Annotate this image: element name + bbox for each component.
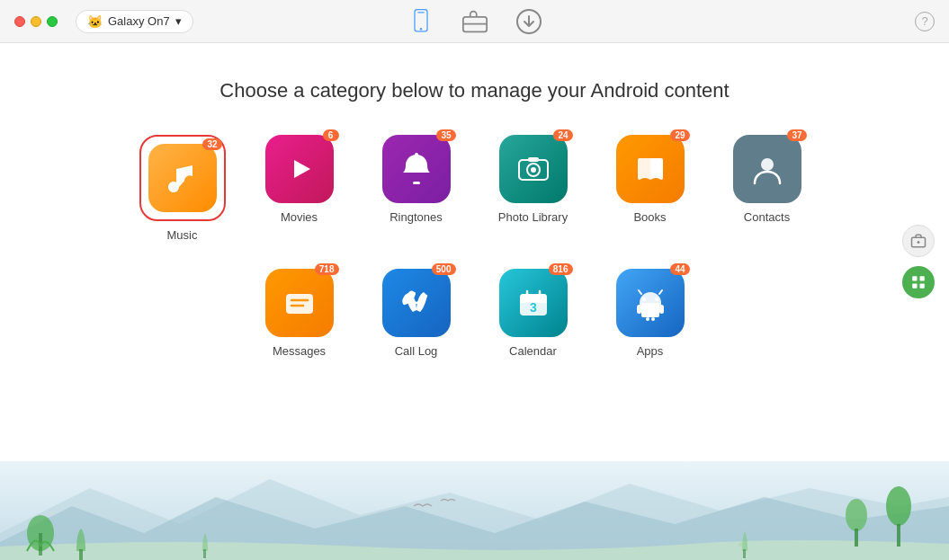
calendar-icon-bg: 3	[499, 269, 568, 337]
svg-rect-1	[417, 12, 425, 13]
minimize-button[interactable]	[31, 16, 41, 27]
device-selector[interactable]: 🐱 Galaxy On7 ▾	[76, 10, 193, 33]
messages-icon-wrapper: 718	[265, 269, 334, 337]
svg-point-11	[531, 167, 536, 173]
apps-icon-wrapper: 44	[616, 269, 685, 337]
page-title: Choose a category below to manage your A…	[219, 79, 729, 102]
help-button[interactable]: ?	[915, 12, 935, 31]
toolbox-nav-icon[interactable]	[461, 7, 489, 36]
category-item-messages[interactable]: 718 Messages	[259, 269, 340, 358]
svg-line-31	[659, 290, 662, 294]
category-item-books[interactable]: 29 Books	[610, 135, 691, 224]
svg-point-45	[886, 486, 911, 526]
calllog-label: Call Log	[395, 344, 438, 358]
ringtones-icon-wrapper: 35	[382, 135, 451, 203]
svg-point-8	[415, 153, 418, 156]
books-label: Books	[633, 210, 666, 224]
category-row-1: 32 Music 6 Movies	[142, 135, 808, 242]
movies-label: Movies	[281, 210, 318, 224]
download-nav-icon[interactable]	[515, 7, 543, 36]
messages-label: Messages	[273, 344, 326, 358]
category-item-ringtones[interactable]: 35 Ringtones	[376, 135, 457, 224]
calllog-badge: 500	[432, 263, 456, 275]
scenery	[0, 461, 949, 560]
books-icon-wrapper: 29	[616, 135, 685, 203]
photo-icon-bg	[499, 135, 568, 203]
svg-rect-12	[528, 157, 539, 162]
music-icon-bg	[148, 144, 217, 212]
svg-text:3: 3	[530, 300, 537, 315]
svg-line-30	[639, 290, 641, 294]
calllog-icon-wrapper: 500	[382, 269, 451, 337]
apps-badge: 44	[670, 263, 689, 275]
ringtones-label: Ringtones	[389, 210, 443, 224]
movies-badge: 6	[323, 129, 339, 141]
ringtones-badge: 35	[436, 129, 455, 141]
traffic-lights	[14, 16, 58, 27]
side-buttons	[902, 225, 935, 298]
svg-rect-29	[651, 317, 655, 321]
svg-rect-25	[637, 305, 641, 314]
photo-icon-wrapper: 24	[499, 135, 568, 203]
titlebar-nav	[407, 7, 543, 36]
svg-point-2	[419, 28, 422, 31]
svg-rect-36	[920, 276, 925, 280]
titlebar: 🐱 Galaxy On7 ▾ ?	[0, 0, 949, 43]
svg-rect-14	[286, 294, 313, 314]
contacts-icon-bg	[733, 135, 801, 203]
music-label: Music	[167, 228, 198, 242]
svg-rect-37	[912, 284, 917, 289]
svg-rect-46	[897, 524, 900, 547]
phone-nav-icon[interactable]	[407, 7, 435, 36]
photo-label: Photo Library	[498, 210, 568, 224]
calllog-icon-bg	[382, 269, 451, 337]
svg-rect-7	[413, 182, 420, 184]
category-item-apps[interactable]: 44 Apps	[610, 269, 691, 358]
messages-icon-bg	[265, 269, 334, 337]
messages-badge: 718	[315, 263, 339, 275]
svg-rect-38	[920, 284, 925, 289]
svg-rect-44	[855, 529, 858, 547]
apps-label: Apps	[637, 344, 664, 358]
selected-wrapper-music: 32	[139, 135, 226, 221]
svg-rect-48	[203, 549, 206, 558]
apps-icon-bg	[616, 269, 685, 337]
books-icon-bg	[616, 135, 685, 203]
photo-badge: 24	[553, 129, 572, 141]
music-icon-wrapper: 32	[148, 144, 217, 212]
movies-icon-bg	[265, 135, 334, 203]
svg-rect-26	[659, 305, 664, 314]
close-button[interactable]	[14, 16, 25, 27]
svg-rect-42	[79, 549, 83, 560]
music-badge: 32	[202, 138, 221, 150]
main-content: Choose a category below to manage your A…	[0, 43, 949, 358]
device-name: Galaxy On7	[108, 14, 170, 28]
category-item-contacts[interactable]: 37 Contacts	[727, 135, 808, 224]
category-item-calendar[interactable]: 3 816 Calendar	[493, 269, 574, 358]
svg-point-43	[846, 499, 867, 531]
ringtones-icon-bg	[382, 135, 451, 203]
chevron-down-icon: ▾	[175, 14, 182, 28]
calendar-label: Calendar	[509, 344, 557, 358]
category-grid: 32 Music 6 Movies	[142, 135, 808, 358]
books-badge: 29	[670, 129, 689, 141]
calendar-icon-wrapper: 3 816	[499, 269, 568, 337]
contacts-icon-wrapper: 37	[733, 135, 801, 203]
contacts-badge: 37	[787, 129, 806, 141]
maximize-button[interactable]	[47, 16, 58, 27]
grid-side-button[interactable]	[902, 266, 935, 298]
category-item-photo[interactable]: 24 Photo Library	[493, 135, 574, 224]
category-item-music[interactable]: 32 Music	[142, 135, 223, 242]
category-item-calllog[interactable]: 500 Call Log	[376, 269, 457, 358]
svg-rect-35	[912, 276, 917, 280]
category-item-movies[interactable]: 6 Movies	[259, 135, 340, 224]
svg-rect-28	[646, 317, 649, 321]
svg-rect-47	[743, 549, 746, 558]
svg-marker-6	[294, 160, 310, 178]
device-icon: 🐱	[87, 14, 103, 29]
toolbox-side-button[interactable]	[902, 225, 935, 257]
category-row-2: 718 Messages 500	[259, 269, 691, 358]
contacts-label: Contacts	[744, 210, 790, 224]
calendar-badge: 816	[549, 263, 573, 275]
movies-icon-wrapper: 6	[265, 135, 334, 203]
